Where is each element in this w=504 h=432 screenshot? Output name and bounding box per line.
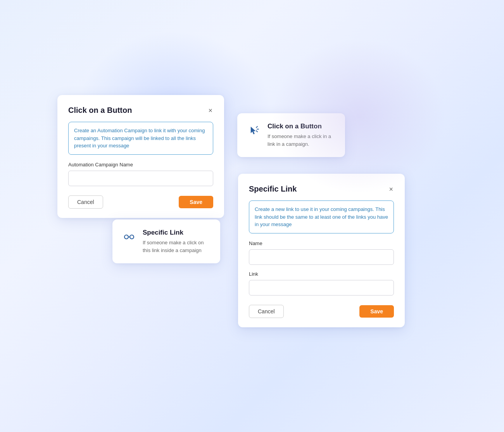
modal-specific-link: Specific Link × Create a new link to use… bbox=[238, 174, 405, 327]
specific-link-info-box: Create a new link to use it in your comi… bbox=[249, 200, 394, 233]
specific-link-link-input[interactable] bbox=[249, 280, 394, 295]
automation-campaign-label: Automation Campaign Name bbox=[68, 162, 213, 168]
card-specific-link-info: Specific Link If someone make a click on… bbox=[112, 219, 220, 263]
specific-link-save-button[interactable]: Save bbox=[359, 305, 394, 318]
card-specific-icon-row: Specific Link If someone make a click on… bbox=[121, 229, 212, 254]
modal-specific-link-header: Specific Link × bbox=[249, 185, 394, 194]
svg-line-2 bbox=[256, 131, 257, 132]
modal-click-button-header: Click on a Button × bbox=[68, 106, 213, 115]
modal-specific-link-close[interactable]: × bbox=[388, 185, 394, 194]
specific-link-cancel-button[interactable]: Cancel bbox=[249, 305, 284, 318]
card-click-button-info: Click on a Button If someone make a clic… bbox=[237, 113, 345, 157]
card-specific-text-block: Specific Link If someone make a click on… bbox=[143, 229, 212, 254]
card-click-icon-row: Click on a Button If someone make a clic… bbox=[246, 123, 337, 148]
click-button-info-text: Create an Automation Campaign to link it… bbox=[74, 127, 207, 150]
specific-link-link-field-group: Link bbox=[249, 271, 394, 295]
svg-line-0 bbox=[256, 126, 257, 128]
specific-link-link-label: Link bbox=[249, 271, 394, 277]
modal-click-button-title: Click on a Button bbox=[68, 106, 132, 115]
svg-rect-4 bbox=[130, 235, 134, 239]
card-specific-title: Specific Link bbox=[143, 229, 212, 237]
modal-click-button-close[interactable]: × bbox=[207, 106, 213, 115]
card-specific-desc: If someone make a click on this link ins… bbox=[143, 239, 212, 254]
click-button-save-button[interactable]: Save bbox=[179, 196, 213, 208]
modal-click-button: Click on a Button × Create an Automation… bbox=[57, 95, 224, 218]
specific-link-info-text: Create a new link to use it in your comi… bbox=[255, 206, 388, 228]
card-click-title: Click on a Button bbox=[268, 123, 337, 130]
modal-specific-link-title: Specific Link bbox=[249, 185, 297, 194]
click-button-cancel-button[interactable]: Cancel bbox=[68, 195, 103, 209]
automation-campaign-field-group: Automation Campaign Name bbox=[68, 162, 213, 186]
chain-link-icon bbox=[121, 229, 137, 245]
card-click-desc: If someone make a click in a link in a c… bbox=[268, 133, 337, 148]
click-button-info-box: Create an Automation Campaign to link it… bbox=[68, 122, 213, 155]
modal-specific-link-footer: Cancel Save bbox=[249, 305, 394, 318]
specific-link-name-field-group: Name bbox=[249, 240, 394, 265]
automation-campaign-input[interactable] bbox=[68, 171, 213, 186]
cursor-click-icon bbox=[246, 123, 262, 139]
modal-click-button-footer: Cancel Save bbox=[68, 195, 213, 209]
svg-rect-3 bbox=[124, 235, 128, 239]
card-click-text-block: Click on a Button If someone make a clic… bbox=[268, 123, 337, 148]
specific-link-name-label: Name bbox=[249, 240, 394, 246]
specific-link-name-input[interactable] bbox=[249, 249, 394, 265]
